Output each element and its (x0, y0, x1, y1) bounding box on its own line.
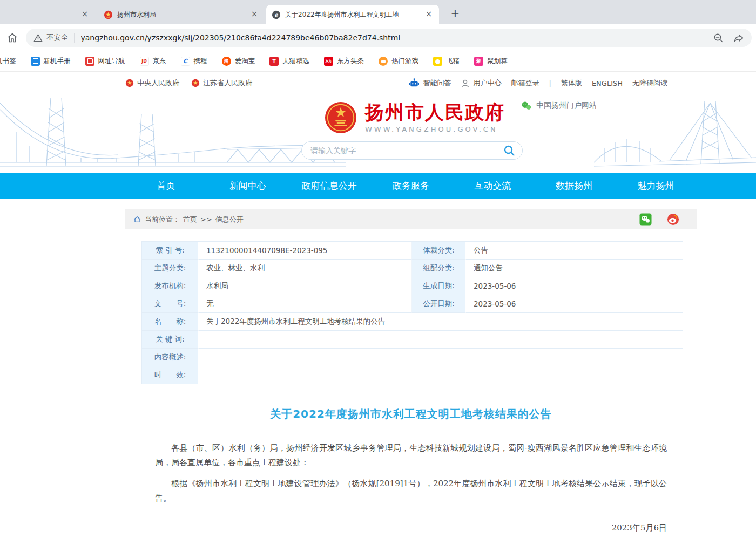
article: 关于2022年度扬州市水利工程文明工地考核结果的公告 各县（市、区）水利（务）局… (125, 407, 697, 538)
link-traditional[interactable]: 繁体版 (561, 78, 582, 88)
nav-services[interactable]: 政务服务 (370, 173, 451, 199)
nav-interaction[interactable]: 互动交流 (452, 173, 534, 199)
bookmark-item[interactable]: C 携程 (181, 57, 207, 66)
bookmark-item[interactable]: 飞猪 (433, 57, 460, 66)
warning-icon (33, 33, 43, 43)
link-accessibility[interactable]: 无障碍阅读 (632, 78, 667, 88)
site-nav-icon (85, 57, 94, 66)
zoom-out-icon[interactable] (713, 33, 724, 43)
breadcrumb-home-icon (133, 215, 141, 223)
bridge-art-right (594, 94, 756, 173)
nav-data[interactable]: 数据扬州 (534, 173, 615, 199)
table-row: 文 号: 无 公开日期: 2023-05-06 (142, 295, 683, 313)
content-container: 当前位置： 首页 >> 信息公开 索 引 号: 1132100001440709… (125, 199, 697, 538)
bookmark-item[interactable]: 新机手册 (31, 57, 71, 66)
tab-announcement-active[interactable]: e 关于2022年度扬州市水利工程文明工地 × (266, 5, 439, 24)
table-row: 内容概述: (142, 349, 683, 366)
bookmark-item[interactable]: 热门游戏 (379, 57, 418, 66)
link-user-center[interactable]: 用户中心 (461, 78, 501, 88)
tmall-icon: T (269, 57, 279, 66)
security-label[interactable]: 不安全 (46, 33, 69, 43)
search-icon[interactable] (503, 144, 516, 157)
article-paragraph: 各县（市、区）水利（务）局，扬州经济开发区城乡事务管理局，生态科技新城规划建设局… (155, 441, 667, 470)
metadata-table: 索 引 号: 11321000014407098E-2023-095 体裁分类:… (141, 241, 683, 384)
table-row: 关 键 词: (142, 331, 683, 349)
table-row: 发布机构: 水利局 生成日期: 2023-05-06 (142, 277, 683, 295)
table-row: 名 称: 关于2022年度扬州市水利工程文明工地考核结果的公告 (142, 313, 683, 331)
link-central-gov[interactable]: 中央人民政府 (125, 78, 179, 88)
taobao-icon: 淘 (222, 57, 231, 66)
bookmark-item[interactable]: 机书签 (0, 57, 16, 66)
article-date: 2023年5月6日 (155, 523, 667, 533)
dongfang-icon: 东方 (324, 57, 333, 66)
main-nav: 首页 新闻中心 政府信息公开 政务服务 互动交流 数据扬州 魅力扬州 (0, 173, 756, 199)
close-icon[interactable]: × (80, 10, 90, 19)
nav-info-disclosure[interactable]: 政府信息公开 (288, 173, 370, 199)
portal-wechat-link[interactable]: 中国扬州门户网站 (521, 101, 597, 111)
tab-title: 扬州市水利局 (117, 10, 245, 19)
link-english[interactable]: ENGLISH (592, 79, 623, 87)
site-search (301, 141, 523, 160)
breadcrumb-home-link[interactable]: 首页 (183, 215, 197, 224)
bookmark-item[interactable]: 淘 爱淘宝 (222, 57, 255, 66)
share-wechat-icon[interactable] (639, 213, 652, 226)
tab-partial[interactable]: × (0, 5, 96, 24)
nav-home[interactable]: 首页 (125, 173, 207, 199)
juhuasuan-icon: 聚 (474, 57, 483, 66)
bookmark-item[interactable]: 东方 东方头条 (324, 57, 364, 66)
table-row: 主题分类: 农业、林业、水利 组配分类: 通知公告 (142, 260, 683, 277)
bookmark-item[interactable]: T 天猫精选 (269, 57, 309, 66)
site-banner: 扬州市人民政府 WWW.YANGZHOU.GOV.CN 中国扬州门户网站 (0, 94, 756, 173)
wechat-icon (521, 101, 532, 111)
tab-strip: × 扬州市水利局 × e 关于2022年度扬州市水利工程文明工地 × + (0, 0, 756, 24)
article-title: 关于2022年度扬州市水利工程文明工地考核结果的公告 (155, 407, 667, 421)
url-text[interactable]: yangzhou.gov.cn/yzszxxgk/slj/202305/210c… (81, 33, 708, 42)
url-toolbar: 不安全 yangzhou.gov.cn/yzszxxgk/slj/202305/… (0, 24, 756, 51)
breadcrumb-prefix: 当前位置： (145, 215, 180, 224)
site-url: WWW.YANGZHOU.GOV.CN (365, 125, 505, 133)
tab-shuiliju[interactable]: 扬州市水利局 × (98, 5, 265, 24)
link-smart-qa[interactable]: 智能问答 (409, 78, 451, 88)
article-paragraph: 根据《扬州市水利工程文明工地建设管理办法》（扬水规[2019]1号），2022年… (155, 476, 667, 506)
tab-divider (97, 9, 97, 19)
svg-text:e: e (274, 11, 278, 17)
close-icon[interactable]: × (249, 10, 259, 19)
national-emblem-icon (324, 101, 357, 134)
search-input[interactable] (310, 146, 503, 155)
breadcrumb-current[interactable]: 信息公开 (215, 215, 244, 224)
utility-divider: | (549, 79, 551, 87)
table-row: 索 引 号: 11321000014407098E-2023-095 体裁分类:… (142, 242, 683, 260)
nav-charm[interactable]: 魅力扬州 (615, 173, 697, 199)
omnibox-divider (74, 33, 75, 43)
breadcrumb-separator: >> (200, 215, 212, 223)
share-weibo-icon[interactable] (667, 213, 679, 226)
site-utility-bar: 中央人民政府 江苏省人民政府 智能问答 用户中心 邮箱登录 | 繁体版 (0, 72, 756, 94)
site-name: 扬州市人民政府 (365, 102, 505, 123)
link-mail-login[interactable]: 邮箱登录 (511, 78, 539, 88)
tab-title: 关于2022年度扬州市水利工程文明工地 (285, 10, 420, 19)
table-row: 时 效: (142, 366, 683, 384)
game-icon (379, 57, 388, 66)
new-tab-button[interactable]: + (447, 5, 463, 22)
browser-logo-icon: e (272, 10, 281, 19)
bookmark-item[interactable]: JD 京东 (140, 57, 166, 66)
address-bar[interactable]: 不安全 yangzhou.gov.cn/yzszxxgk/slj/202305/… (26, 29, 752, 47)
manual-icon (31, 57, 40, 66)
bridge-art-left (0, 94, 346, 173)
bookmarks-bar: 机书签 新机手册 网址导航 JD 京东 C 携程 淘 爱淘宝 T 天猫精选 东方… (0, 51, 756, 72)
share-icon[interactable] (733, 33, 744, 43)
bookmark-item[interactable]: 聚 聚划算 (474, 57, 508, 66)
bookmark-item[interactable]: 网址导航 (85, 57, 125, 66)
home-icon[interactable] (6, 32, 18, 44)
jd-icon: JD (140, 57, 149, 66)
nav-news[interactable]: 新闻中心 (207, 173, 288, 199)
close-icon[interactable]: × (424, 10, 434, 19)
link-jiangsu-gov[interactable]: 江苏省人民政府 (191, 78, 252, 88)
fliggy-icon (433, 57, 442, 66)
breadcrumb: 当前位置： 首页 >> 信息公开 (125, 209, 697, 229)
gov-emblem-icon (104, 10, 113, 19)
ctrip-icon: C (181, 57, 190, 66)
